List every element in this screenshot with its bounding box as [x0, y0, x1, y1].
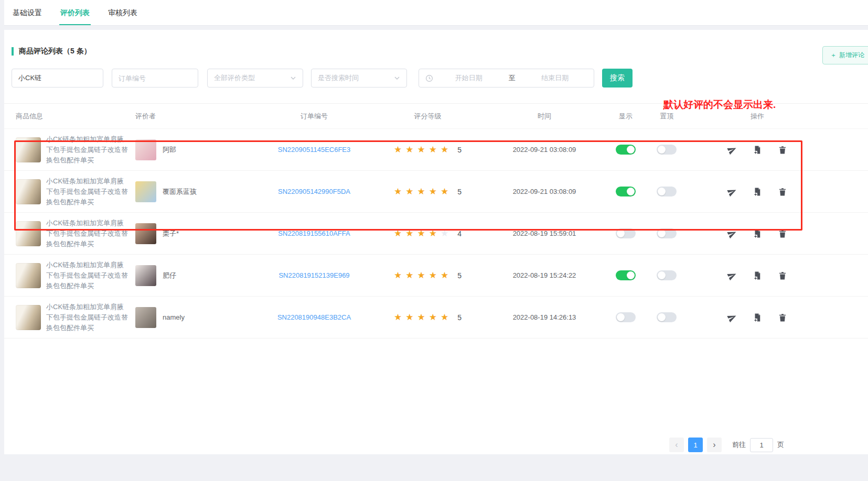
send-reply-button[interactable] [727, 187, 737, 196]
reviewer-name: 栗子* [163, 229, 179, 238]
add-file-button[interactable] [753, 271, 762, 280]
star-icon: ★ [417, 228, 425, 238]
send-reply-button[interactable] [727, 313, 737, 322]
display-cell [605, 312, 647, 322]
send-reply-button[interactable] [727, 271, 737, 280]
goto-page-input[interactable] [750, 438, 773, 452]
date-range-picker[interactable]: 开始日期 至 结束日期 [419, 69, 594, 88]
display-toggle[interactable] [616, 187, 636, 196]
reviewer-cell: 阿部 [135, 139, 257, 160]
tab-audit-list[interactable]: 审核列表 [107, 1, 138, 25]
rating-cell: ★★★★★ 5 [371, 312, 484, 323]
order-cell: SN2208190948E3B2CA [257, 313, 371, 321]
chevron-down-icon [394, 75, 400, 81]
pin-toggle[interactable] [657, 145, 677, 155]
star-icon: ★ [429, 187, 437, 196]
next-page-button[interactable]: › [707, 438, 722, 452]
delete-button[interactable] [778, 271, 787, 280]
pin-toggle[interactable] [657, 270, 677, 280]
star-rating: ★★★★★ [394, 228, 452, 239]
display-toggle[interactable] [616, 145, 636, 155]
star-rating: ★★★★★ [394, 186, 452, 197]
table-row: 小CK链条加粗加宽单肩腋下包手提包金属链子改造替换包包配件单买 栗子* SN22… [4, 213, 868, 255]
send-reply-button[interactable] [727, 145, 737, 155]
add-file-button[interactable] [753, 313, 762, 322]
trash-icon [778, 313, 787, 322]
pin-toggle[interactable] [657, 228, 677, 238]
order-number-link[interactable]: SN2208190948E3B2CA [277, 313, 351, 321]
review-type-value: 全部评价类型 [214, 73, 255, 83]
add-file-button[interactable] [753, 229, 762, 238]
order-cell: SN220819155610AFFA [257, 229, 371, 237]
rating-value: 5 [457, 188, 462, 196]
prev-page-button[interactable]: ‹ [669, 438, 684, 452]
reviewer-cell: 覆面系蓝孩 [135, 181, 257, 202]
file-plus-icon [753, 187, 762, 196]
star-icon: ★ [429, 312, 437, 322]
product-image [16, 179, 41, 204]
table-row: 小CK链条加粗加宽单肩腋下包手提包金属链子改造替换包包配件单买 覆面系蓝孩 SN… [4, 171, 868, 213]
pin-toggle[interactable] [657, 187, 677, 196]
col-header-pinned: 置顶 [647, 112, 687, 121]
display-cell [605, 145, 647, 155]
time-search-value: 是否搜索时间 [318, 73, 359, 83]
add-review-button[interactable]: ＋ 新增评论 [822, 46, 868, 64]
actions-cell [687, 271, 828, 280]
order-cell: SN2209051145EC6FE3 [257, 146, 371, 154]
reviewer-name: 肥仔 [163, 271, 176, 280]
paper-plane-icon [726, 144, 738, 156]
star-icon: ★ [405, 228, 413, 238]
order-number-link[interactable]: SN2209051145EC6FE3 [278, 146, 351, 154]
delete-button[interactable] [778, 187, 787, 196]
pagination: ‹ 1 › 前往 页 [669, 438, 784, 452]
page-1-button[interactable]: 1 [688, 438, 703, 452]
product-name: 小CK链条加粗加宽单肩腋下包手提包金属链子改造替换包包配件单买 [46, 176, 130, 207]
product-cell: 小CK链条加粗加宽单肩腋下包手提包金属链子改造替换包包配件单买 [16, 218, 135, 249]
add-file-button[interactable] [753, 187, 762, 196]
time-cell: 2022-08-19 14:26:13 [484, 313, 605, 321]
pin-toggle[interactable] [657, 312, 677, 322]
star-icon: ★ [429, 145, 437, 155]
reviewer-avatar [135, 265, 156, 286]
add-file-button[interactable] [753, 145, 762, 155]
actions-cell [687, 145, 828, 155]
delete-button[interactable] [778, 145, 787, 155]
order-number-link[interactable]: SN220819155610AFFA [278, 229, 350, 237]
product-name: 小CK链条加粗加宽单肩腋下包手提包金属链子改造替换包包配件单买 [46, 218, 130, 249]
order-number-link[interactable]: SN220905142990F5DA [278, 188, 350, 195]
star-rating: ★★★★★ [394, 312, 452, 323]
order-cell: SN220905142990F5DA [257, 188, 371, 195]
star-icon: ★ [394, 145, 402, 155]
display-toggle[interactable] [616, 228, 636, 238]
order-no-input[interactable] [119, 74, 191, 82]
star-rating: ★★★★★ [394, 144, 452, 155]
reviewer-cell: 肥仔 [135, 265, 257, 286]
paper-plane-icon [726, 227, 738, 240]
star-icon: ★ [441, 187, 448, 196]
delete-button[interactable] [778, 229, 787, 238]
search-button[interactable]: 搜索 [602, 69, 633, 88]
time-search-select[interactable]: 是否搜索时间 [311, 69, 407, 88]
rating-value: 4 [457, 229, 462, 238]
red-annotation-text: 默认好评的不会显示出来. [663, 98, 776, 112]
col-header-display: 显示 [605, 112, 647, 121]
delete-button[interactable] [778, 313, 787, 322]
star-icon: ★ [394, 312, 402, 322]
display-toggle[interactable] [616, 312, 636, 322]
display-cell [605, 187, 647, 196]
tab-review-list[interactable]: 评价列表 [59, 1, 91, 25]
product-keyword-input[interactable] [18, 74, 97, 82]
order-number-link[interactable]: SN220819152139E969 [278, 271, 349, 279]
review-type-select[interactable]: 全部评价类型 [207, 69, 303, 88]
col-header-rating: 评分等级 [371, 112, 484, 121]
display-toggle[interactable] [616, 270, 636, 280]
star-icon: ★ [405, 270, 413, 280]
paper-plane-icon [726, 311, 738, 324]
star-rating: ★★★★★ [394, 270, 452, 281]
reviewer-name: 阿部 [163, 145, 176, 155]
time-cell: 2022-08-19 15:24:22 [484, 271, 605, 279]
send-reply-button[interactable] [727, 229, 737, 238]
tab-basic-settings[interactable]: 基础设置 [12, 1, 43, 25]
date-to-label: 至 [501, 73, 523, 83]
star-icon: ★ [394, 228, 402, 238]
